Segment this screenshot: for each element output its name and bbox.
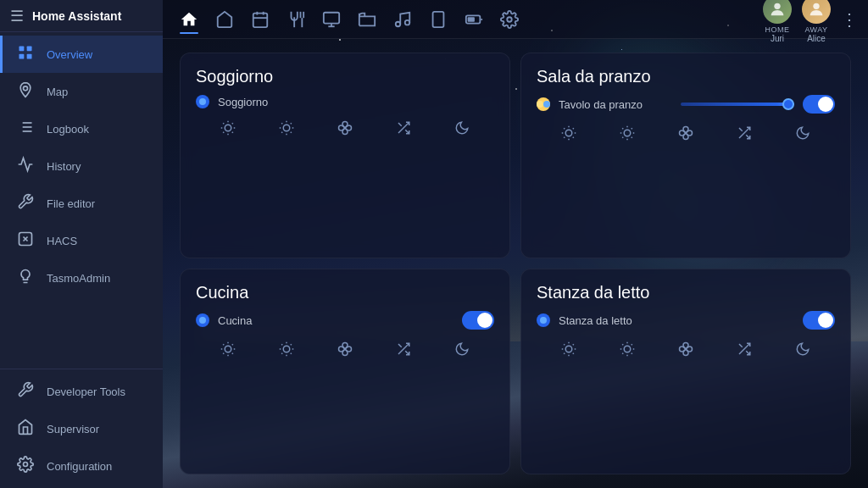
svg-point-64 <box>624 130 631 136</box>
user-juri[interactable]: HOME Juri <box>763 0 792 43</box>
grid-icon <box>16 44 35 65</box>
light-slider-sala-da-pranzo[interactable] <box>681 103 794 106</box>
light-dot-sala-da-pranzo <box>537 97 550 111</box>
fan-icon-cucina[interactable] <box>334 338 356 363</box>
effect-icon-stanza[interactable] <box>733 338 755 363</box>
app-title: Home Assistant <box>32 9 121 23</box>
bulb-icon <box>16 268 35 289</box>
tab-mobile[interactable] <box>422 3 454 36</box>
effect-icon-sala[interactable] <box>733 122 755 147</box>
sleep-icon-sala[interactable] <box>792 122 814 147</box>
brightness-icon-soggiorno[interactable] <box>217 117 239 142</box>
svg-point-24 <box>396 21 401 26</box>
svg-point-43 <box>283 125 290 131</box>
sleep-icon-soggiorno[interactable] <box>451 117 473 142</box>
sidebar-nav: Overview Map Logbook History <box>0 32 163 488</box>
rooms-grid: Soggiorno Soggiorno <box>163 39 868 488</box>
room-light-row-cucina: Cucina <box>196 311 494 330</box>
svg-line-109 <box>622 344 623 345</box>
effect-icon-soggiorno[interactable] <box>392 117 415 142</box>
home-cog-icon <box>16 419 35 440</box>
svg-line-75 <box>739 128 743 131</box>
svg-line-100 <box>565 344 565 345</box>
color-temp-icon-sala[interactable] <box>616 122 638 147</box>
sidebar-item-developer-tools[interactable]: Developer Tools <box>0 373 163 410</box>
svg-line-105 <box>573 344 574 345</box>
sidebar-item-label-map: Map <box>47 86 68 98</box>
fan-icon-sala[interactable] <box>675 122 697 147</box>
brightness-icon-stanza[interactable] <box>558 338 580 363</box>
svg-line-88 <box>281 344 282 345</box>
light-name-soggiorno: Soggiorno <box>218 96 494 108</box>
tab-home[interactable] <box>173 3 205 36</box>
topbar-menu-button[interactable]: ⋮ <box>841 9 858 30</box>
room-card-sala-da-pranzo: Sala da pranzo Tavolo da pranzo <box>520 53 851 258</box>
svg-rect-3 <box>27 53 32 58</box>
svg-point-33 <box>813 3 819 9</box>
room-title-sala-da-pranzo: Sala da pranzo <box>537 67 835 86</box>
svg-point-55 <box>566 130 573 136</box>
svg-line-41 <box>224 132 225 133</box>
tab-monitor[interactable] <box>315 3 348 36</box>
svg-line-47 <box>291 132 292 133</box>
toggle-sala-da-pranzo[interactable] <box>803 95 835 114</box>
svg-line-79 <box>224 344 225 345</box>
sidebar-item-map[interactable]: Map <box>0 73 163 110</box>
toggle-stanza-da-letto[interactable] <box>803 311 835 330</box>
svg-line-59 <box>573 137 574 138</box>
svg-line-83 <box>224 353 225 354</box>
svg-line-67 <box>622 128 623 129</box>
room-card-stanza-da-letto: Stanza da letto Stanza da letto <box>520 269 851 474</box>
fan-icon-soggiorno[interactable] <box>334 117 356 142</box>
tab-settings[interactable] <box>493 3 526 36</box>
tab-kitchen[interactable] <box>280 3 312 36</box>
room-title-cucina: Cucina <box>196 283 494 302</box>
sidebar-item-overview[interactable]: Overview <box>0 36 163 73</box>
brightness-icon-sala[interactable] <box>558 122 580 147</box>
sidebar-item-hacs[interactable]: HACS <box>0 222 163 259</box>
topbar: HOME Juri AWAY Alice ⋮ <box>163 0 868 39</box>
sleep-icon-cucina[interactable] <box>451 338 473 363</box>
toggle-cucina[interactable] <box>462 311 494 330</box>
color-temp-icon-soggiorno[interactable] <box>275 117 298 142</box>
avatar-juri <box>763 0 792 24</box>
color-temp-icon-stanza[interactable] <box>616 338 638 363</box>
user-alice[interactable]: AWAY Alice <box>802 0 831 43</box>
svg-line-117 <box>739 344 743 347</box>
sidebar-item-history[interactable]: History <box>0 147 163 185</box>
svg-line-50 <box>281 132 282 133</box>
sidebar-item-supervisor[interactable]: Supervisor <box>0 410 163 447</box>
room-light-row-soggiorno: Soggiorno <box>196 95 494 108</box>
tab-calendar[interactable] <box>244 3 276 36</box>
sidebar-item-file-editor[interactable]: File editor <box>0 185 163 222</box>
slider-thumb <box>782 98 794 110</box>
main-content: HOME Juri AWAY Alice ⋮ Soggiorno <box>163 0 868 488</box>
sidebar-item-logbook[interactable]: Logbook <box>0 110 163 147</box>
brightness-icon-cucina[interactable] <box>217 338 239 363</box>
room-card-soggiorno: Soggiorno Soggiorno <box>180 53 510 258</box>
tab-rooms[interactable] <box>209 3 241 36</box>
svg-line-96 <box>398 344 402 347</box>
hamburger-icon[interactable]: ☰ <box>10 7 24 25</box>
room-title-stanza-da-letto: Stanza da letto <box>537 283 835 302</box>
svg-rect-1 <box>27 46 32 51</box>
sidebar-item-tasmoadmin[interactable]: TasmoAdmin <box>0 259 163 297</box>
tab-battery[interactable] <box>458 3 490 36</box>
svg-line-51 <box>291 123 292 124</box>
map-icon <box>16 81 35 103</box>
gear-icon <box>16 456 35 477</box>
sidebar-item-label-history: History <box>47 160 81 173</box>
tab-music[interactable] <box>387 3 419 36</box>
svg-rect-0 <box>19 46 25 51</box>
light-controls-stanza-da-letto <box>537 338 835 363</box>
svg-line-113 <box>622 353 623 354</box>
effect-icon-cucina[interactable] <box>392 338 415 363</box>
sleep-icon-stanza[interactable] <box>792 338 814 363</box>
color-temp-icon-cucina[interactable] <box>275 338 298 363</box>
room-title-soggiorno: Soggiorno <box>196 67 494 86</box>
light-name-sala-da-pranzo: Tavolo da pranzo <box>559 98 672 111</box>
tab-bedroom[interactable] <box>351 3 383 36</box>
fan-icon-stanza[interactable] <box>675 338 697 363</box>
sidebar-item-configuration[interactable]: Configuration <box>0 447 163 485</box>
svg-point-85 <box>283 346 290 352</box>
